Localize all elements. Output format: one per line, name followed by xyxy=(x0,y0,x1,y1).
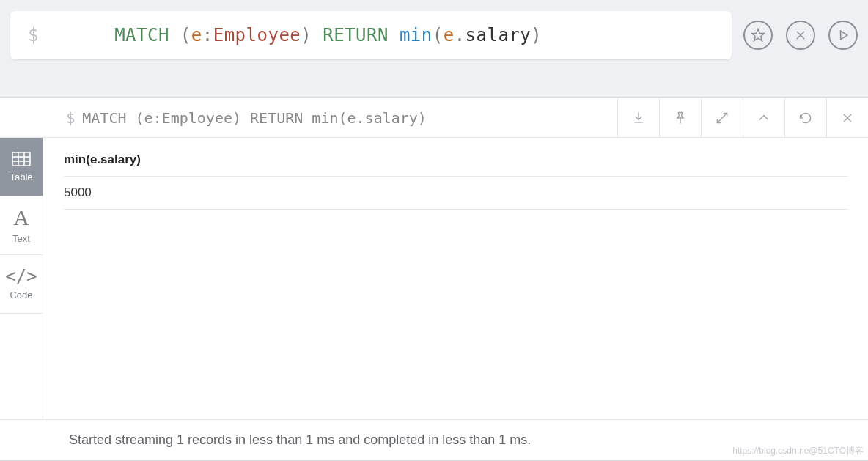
text-icon: A xyxy=(13,207,29,229)
editor-actions xyxy=(743,21,858,50)
play-icon xyxy=(836,28,850,43)
download-icon xyxy=(631,111,646,125)
pin-button[interactable] xyxy=(659,98,701,137)
svg-line-7 xyxy=(722,113,727,118)
cell-value: 5000 xyxy=(64,177,847,210)
favorite-button[interactable] xyxy=(743,21,773,50)
tab-table[interactable]: Table xyxy=(0,138,43,196)
pin-icon xyxy=(673,111,688,125)
chevron-up-icon xyxy=(757,111,771,125)
table-icon xyxy=(12,151,31,167)
tab-label: Text xyxy=(12,233,30,244)
x-icon xyxy=(793,28,808,43)
tab-text[interactable]: A Text xyxy=(0,196,43,255)
tab-label: Code xyxy=(10,289,32,300)
download-button[interactable] xyxy=(617,98,659,137)
code-icon: </> xyxy=(5,268,37,285)
result-footer: Started streaming 1 records in less than… xyxy=(0,419,868,460)
result-table: min(e.salary) 5000 xyxy=(64,142,847,210)
result-body: Table A Text </> Code min(e.salary) 5000 xyxy=(0,138,868,419)
query-editor[interactable]: $ MATCH (e:Employee) RETURN min(e.salary… xyxy=(10,11,732,59)
star-icon xyxy=(751,28,765,43)
run-button[interactable] xyxy=(828,21,858,50)
column-header: min(e.salary) xyxy=(64,142,847,177)
query-editor-bar: $ MATCH (e:Employee) RETURN min(e.salary… xyxy=(0,0,868,70)
result-table-area: min(e.salary) 5000 xyxy=(43,138,868,419)
rerun-button[interactable] xyxy=(784,98,826,137)
table-row: 5000 xyxy=(64,177,847,210)
expand-button[interactable] xyxy=(701,98,743,137)
executed-query: $MATCH (e:Employee) RETURN min(e.salary) xyxy=(0,92,617,144)
svg-line-8 xyxy=(717,118,722,123)
refresh-icon xyxy=(798,111,813,125)
svg-rect-11 xyxy=(12,152,30,166)
svg-marker-3 xyxy=(841,31,847,40)
tab-label: Table xyxy=(10,172,32,182)
query-syntax: MATCH (e:Employee) RETURN min(e.salary) xyxy=(48,4,542,66)
result-header: $MATCH (e:Employee) RETURN min(e.salary) xyxy=(0,98,868,138)
result-toolbar xyxy=(617,98,868,137)
result-frame: $MATCH (e:Employee) RETURN min(e.salary) xyxy=(0,97,868,461)
view-tabs: Table A Text </> Code xyxy=(0,138,43,419)
watermark: https://blog.csdn.ne@51CTO博客 xyxy=(732,445,864,457)
editor-prompt: $ xyxy=(28,25,38,45)
tab-code[interactable]: </> Code xyxy=(0,255,43,314)
collapse-button[interactable] xyxy=(743,98,784,137)
close-result-button[interactable] xyxy=(826,98,868,137)
svg-marker-0 xyxy=(752,29,765,40)
expand-icon xyxy=(715,111,729,125)
close-icon xyxy=(840,111,855,125)
clear-button[interactable] xyxy=(786,21,815,50)
status-text: Started streaming 1 records in less than… xyxy=(69,432,531,448)
